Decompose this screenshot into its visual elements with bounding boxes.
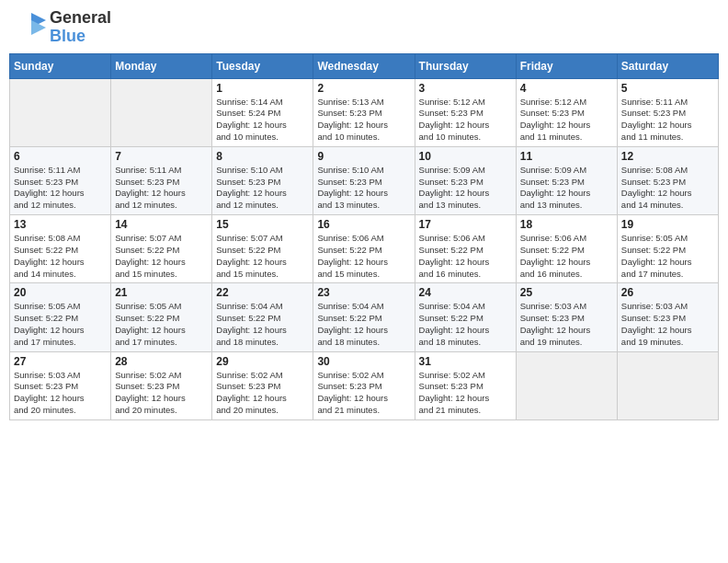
calendar-cell (10, 78, 111, 146)
day-number: 21 (115, 286, 208, 299)
day-number: 12 (621, 150, 714, 163)
page-header: GeneralBlue (9, 9, 719, 46)
day-number: 4 (520, 82, 613, 95)
day-info: Sunrise: 5:07 AM Sunset: 5:22 PM Dayligh… (115, 233, 208, 280)
day-number: 11 (520, 150, 613, 163)
calendar-cell (617, 351, 718, 419)
calendar-cell: 24Sunrise: 5:04 AM Sunset: 5:22 PM Dayli… (415, 283, 516, 351)
day-info: Sunrise: 5:05 AM Sunset: 5:22 PM Dayligh… (115, 301, 208, 348)
day-number: 17 (419, 218, 512, 231)
calendar-cell: 8Sunrise: 5:10 AM Sunset: 5:23 PM Daylig… (212, 146, 313, 214)
weekday-header-wednesday: Wednesday (313, 53, 415, 78)
day-number: 15 (216, 218, 309, 231)
day-info: Sunrise: 5:12 AM Sunset: 5:23 PM Dayligh… (419, 97, 512, 144)
day-number: 10 (419, 150, 512, 163)
day-info: Sunrise: 5:03 AM Sunset: 5:23 PM Dayligh… (621, 301, 714, 348)
weekday-header-saturday: Saturday (617, 53, 718, 78)
day-number: 20 (14, 286, 107, 299)
day-number: 7 (115, 150, 208, 163)
week-row-4: 20Sunrise: 5:05 AM Sunset: 5:22 PM Dayli… (10, 283, 719, 351)
calendar-cell: 14Sunrise: 5:07 AM Sunset: 5:22 PM Dayli… (111, 215, 212, 283)
day-info: Sunrise: 5:10 AM Sunset: 5:23 PM Dayligh… (317, 165, 410, 212)
day-number: 24 (419, 286, 512, 299)
day-number: 23 (317, 286, 410, 299)
week-row-2: 6Sunrise: 5:11 AM Sunset: 5:23 PM Daylig… (10, 146, 719, 214)
calendar-cell: 13Sunrise: 5:08 AM Sunset: 5:22 PM Dayli… (10, 215, 111, 283)
day-info: Sunrise: 5:08 AM Sunset: 5:23 PM Dayligh… (621, 165, 714, 212)
day-number: 3 (419, 82, 512, 95)
calendar-cell: 31Sunrise: 5:02 AM Sunset: 5:23 PM Dayli… (415, 351, 516, 419)
calendar-cell (516, 351, 617, 419)
day-number: 28 (115, 355, 208, 368)
calendar-cell: 25Sunrise: 5:03 AM Sunset: 5:23 PM Dayli… (516, 283, 617, 351)
day-info: Sunrise: 5:14 AM Sunset: 5:24 PM Dayligh… (216, 97, 309, 144)
calendar-cell: 18Sunrise: 5:06 AM Sunset: 5:22 PM Dayli… (516, 215, 617, 283)
day-number: 14 (115, 218, 208, 231)
calendar-cell: 3Sunrise: 5:12 AM Sunset: 5:23 PM Daylig… (415, 78, 516, 146)
calendar-cell: 20Sunrise: 5:05 AM Sunset: 5:22 PM Dayli… (10, 283, 111, 351)
day-number: 9 (317, 150, 410, 163)
calendar-cell: 15Sunrise: 5:07 AM Sunset: 5:22 PM Dayli… (212, 215, 313, 283)
day-number: 22 (216, 286, 309, 299)
calendar-cell: 2Sunrise: 5:13 AM Sunset: 5:23 PM Daylig… (313, 78, 415, 146)
calendar-cell: 5Sunrise: 5:11 AM Sunset: 5:23 PM Daylig… (617, 78, 718, 146)
calendar-cell: 27Sunrise: 5:03 AM Sunset: 5:23 PM Dayli… (10, 351, 111, 419)
day-info: Sunrise: 5:06 AM Sunset: 5:22 PM Dayligh… (520, 233, 613, 280)
calendar-cell: 1Sunrise: 5:14 AM Sunset: 5:24 PM Daylig… (212, 78, 313, 146)
calendar-cell (111, 78, 212, 146)
day-number: 8 (216, 150, 309, 163)
day-info: Sunrise: 5:03 AM Sunset: 5:23 PM Dayligh… (14, 370, 107, 417)
day-number: 5 (621, 82, 714, 95)
calendar-cell: 11Sunrise: 5:09 AM Sunset: 5:23 PM Dayli… (516, 146, 617, 214)
day-info: Sunrise: 5:11 AM Sunset: 5:23 PM Dayligh… (14, 165, 107, 212)
calendar-cell: 28Sunrise: 5:02 AM Sunset: 5:23 PM Dayli… (111, 351, 212, 419)
day-info: Sunrise: 5:06 AM Sunset: 5:22 PM Dayligh… (317, 233, 410, 280)
calendar-cell: 26Sunrise: 5:03 AM Sunset: 5:23 PM Dayli… (617, 283, 718, 351)
weekday-header-friday: Friday (516, 53, 617, 78)
day-info: Sunrise: 5:04 AM Sunset: 5:22 PM Dayligh… (216, 301, 309, 348)
weekday-header-sunday: Sunday (10, 53, 111, 78)
day-number: 6 (14, 150, 107, 163)
logo-general-text: General (50, 9, 111, 28)
calendar-table: SundayMondayTuesdayWednesdayThursdayFrid… (9, 53, 719, 420)
day-info: Sunrise: 5:11 AM Sunset: 5:23 PM Dayligh… (115, 165, 208, 212)
weekday-header-monday: Monday (111, 53, 212, 78)
calendar-cell: 12Sunrise: 5:08 AM Sunset: 5:23 PM Dayli… (617, 146, 718, 214)
day-number: 29 (216, 355, 309, 368)
day-info: Sunrise: 5:05 AM Sunset: 5:22 PM Dayligh… (621, 233, 714, 280)
day-info: Sunrise: 5:08 AM Sunset: 5:22 PM Dayligh… (14, 233, 107, 280)
day-info: Sunrise: 5:06 AM Sunset: 5:22 PM Dayligh… (419, 233, 512, 280)
day-number: 1 (216, 82, 309, 95)
day-info: Sunrise: 5:07 AM Sunset: 5:22 PM Dayligh… (216, 233, 309, 280)
calendar-cell: 21Sunrise: 5:05 AM Sunset: 5:22 PM Dayli… (111, 283, 212, 351)
day-number: 25 (520, 286, 613, 299)
day-info: Sunrise: 5:03 AM Sunset: 5:23 PM Dayligh… (520, 301, 613, 348)
day-number: 31 (419, 355, 512, 368)
day-info: Sunrise: 5:09 AM Sunset: 5:23 PM Dayligh… (419, 165, 512, 212)
calendar-cell: 23Sunrise: 5:04 AM Sunset: 5:22 PM Dayli… (313, 283, 415, 351)
calendar-cell: 19Sunrise: 5:05 AM Sunset: 5:22 PM Dayli… (617, 215, 718, 283)
day-number: 16 (317, 218, 410, 231)
calendar-cell: 10Sunrise: 5:09 AM Sunset: 5:23 PM Dayli… (415, 146, 516, 214)
logo-blue-text: Blue (50, 28, 111, 46)
day-info: Sunrise: 5:05 AM Sunset: 5:22 PM Dayligh… (14, 301, 107, 348)
day-info: Sunrise: 5:09 AM Sunset: 5:23 PM Dayligh… (520, 165, 613, 212)
week-row-1: 1Sunrise: 5:14 AM Sunset: 5:24 PM Daylig… (10, 78, 719, 146)
calendar-cell: 16Sunrise: 5:06 AM Sunset: 5:22 PM Dayli… (313, 215, 415, 283)
weekday-header-tuesday: Tuesday (212, 53, 313, 78)
day-number: 13 (14, 218, 107, 231)
day-info: Sunrise: 5:12 AM Sunset: 5:23 PM Dayligh… (520, 97, 613, 144)
day-info: Sunrise: 5:10 AM Sunset: 5:23 PM Dayligh… (216, 165, 309, 212)
week-row-3: 13Sunrise: 5:08 AM Sunset: 5:22 PM Dayli… (10, 215, 719, 283)
day-info: Sunrise: 5:02 AM Sunset: 5:23 PM Dayligh… (115, 370, 208, 417)
week-row-5: 27Sunrise: 5:03 AM Sunset: 5:23 PM Dayli… (10, 351, 719, 419)
logo-svg (13, 11, 46, 44)
calendar-cell: 17Sunrise: 5:06 AM Sunset: 5:22 PM Dayli… (415, 215, 516, 283)
day-number: 27 (14, 355, 107, 368)
day-info: Sunrise: 5:13 AM Sunset: 5:23 PM Dayligh… (317, 97, 410, 144)
calendar-cell: 22Sunrise: 5:04 AM Sunset: 5:22 PM Dayli… (212, 283, 313, 351)
day-info: Sunrise: 5:04 AM Sunset: 5:22 PM Dayligh… (419, 301, 512, 348)
day-info: Sunrise: 5:02 AM Sunset: 5:23 PM Dayligh… (317, 370, 410, 417)
weekday-header-thursday: Thursday (415, 53, 516, 78)
calendar-cell: 7Sunrise: 5:11 AM Sunset: 5:23 PM Daylig… (111, 146, 212, 214)
